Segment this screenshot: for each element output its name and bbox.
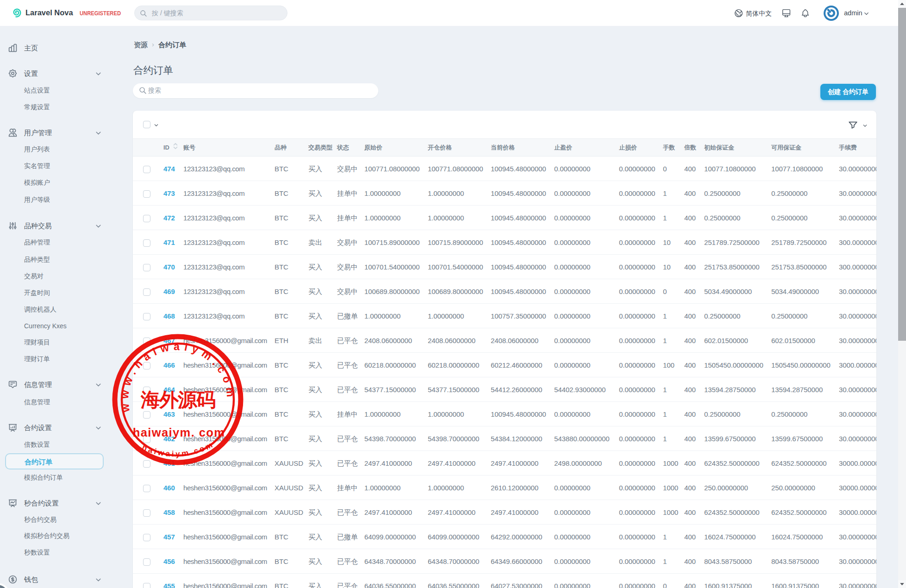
svg-text:海外源码: 海外源码 bbox=[140, 389, 215, 411]
svg-text:haiwaiym. com: haiwaiym. com bbox=[133, 426, 225, 439]
